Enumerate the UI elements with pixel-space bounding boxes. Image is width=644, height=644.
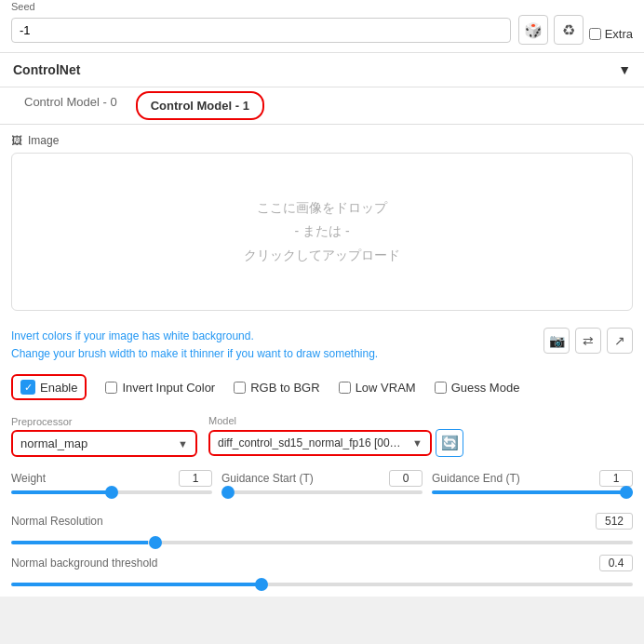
- guidance-end-slider-top: Guidance End (T) 1: [432, 470, 633, 487]
- normal-background-threshold-value: 0.4: [599, 555, 633, 571]
- low-vram-text: Low VRAM: [356, 381, 416, 395]
- upload-area-label: Image: [28, 134, 59, 147]
- tab-control-model-0[interactable]: Control Model - 0: [9, 87, 132, 125]
- invert-input-color-label[interactable]: Invert Input Color: [105, 381, 215, 395]
- guidance-end-slider-group: Guidance End (T) 1: [432, 470, 633, 494]
- tabs-row: Control Model - 0 Control Model - 1: [0, 87, 644, 125]
- rgb-to-bgr-text: RGB to BGR: [250, 381, 319, 395]
- weight-slider-group: Weight 1: [11, 470, 212, 494]
- preprocessor-value: normal_map: [20, 436, 87, 450]
- guess-mode-label[interactable]: Guess Mode: [435, 381, 520, 395]
- camera-icon: 📷: [549, 333, 565, 348]
- normal-resolution-header: Normal Resolution 512: [11, 513, 633, 530]
- info-row: Invert colors if your image has white ba…: [0, 320, 644, 369]
- weight-value: 1: [179, 470, 212, 487]
- invert-input-color-checkbox[interactable]: [105, 382, 117, 394]
- guidance-start-value: 0: [389, 470, 423, 487]
- swap-icon: ⇄: [583, 333, 594, 348]
- expand-icon: ↗: [614, 333, 625, 348]
- swap-icon-button[interactable]: ⇄: [575, 328, 601, 354]
- guidance-start-slider-top: Guidance Start (T) 0: [221, 470, 423, 487]
- guidance-start-label: Guidance Start (T): [221, 472, 314, 485]
- controlnet-collapse-button[interactable]: ▼: [618, 62, 631, 77]
- low-vram-checkbox[interactable]: [339, 382, 351, 394]
- checkboxes-row: ✓ Enable Invert Input Color RGB to BGR L…: [0, 369, 644, 409]
- selects-row: Preprocessor normal_map ▼ Model diff_con…: [0, 409, 644, 463]
- upload-label-row: 🖼 Image: [11, 134, 633, 147]
- info-text-block: Invert colors if your image has white ba…: [11, 328, 378, 363]
- preprocessor-label: Preprocessor: [11, 416, 197, 427]
- guess-mode-checkbox[interactable]: [435, 382, 447, 394]
- invert-input-color-text: Invert Input Color: [122, 381, 215, 395]
- upload-placeholder-line2: - または -: [294, 220, 349, 243]
- preprocessor-select-wrapper: normal_map ▼: [11, 430, 197, 457]
- preprocessor-group: Preprocessor normal_map ▼: [11, 416, 197, 457]
- expand-icon-button[interactable]: ↗: [607, 328, 633, 354]
- weight-slider[interactable]: [11, 490, 212, 494]
- model-select-wrapper: diff_control_sd15_normal_fp16 [00173cc..…: [208, 429, 463, 457]
- refresh-icon: 🔄: [441, 435, 459, 451]
- model-select[interactable]: diff_control_sd15_normal_fp16 [00173cc..…: [208, 430, 432, 456]
- rgb-to-bgr-label[interactable]: RGB to BGR: [234, 381, 319, 395]
- weight-label: Weight: [11, 472, 46, 485]
- seed-input[interactable]: [11, 18, 511, 43]
- upload-area-wrapper: 🖼 Image ここに画像をドロップ - または - クリックしてアップロード: [0, 125, 644, 320]
- normal-resolution-slider[interactable]: [11, 541, 633, 544]
- controlnet-title: ControlNet: [13, 62, 80, 77]
- tab-control-model-1[interactable]: Control Model - 1: [136, 91, 264, 120]
- upload-dropzone[interactable]: ここに画像をドロップ - または - クリックしてアップロード: [11, 153, 633, 311]
- upload-placeholder-line1: ここに画像をドロップ: [257, 196, 387, 220]
- low-vram-label[interactable]: Low VRAM: [339, 381, 416, 395]
- dice-icon-button[interactable]: 🎲: [518, 15, 548, 45]
- normal-resolution-value: 512: [596, 513, 633, 530]
- guidance-end-value: 1: [599, 470, 633, 487]
- upload-placeholder-line3: クリックしてアップロード: [244, 244, 400, 267]
- guidance-start-slider-group: Guidance Start (T) 0: [221, 470, 423, 494]
- model-label: Model: [208, 415, 463, 426]
- image-icon: 🖼: [11, 134, 22, 147]
- rgb-to-bgr-checkbox[interactable]: [234, 382, 246, 394]
- sliders-section: Weight 1 Guidance Start (T) 0 Guidance E…: [0, 463, 644, 509]
- guidance-start-slider[interactable]: [221, 490, 423, 494]
- seed-wrapper: Seed: [11, 18, 511, 43]
- weight-slider-top: Weight 1: [11, 470, 212, 487]
- normal-resolution-label: Normal Resolution: [11, 515, 103, 528]
- normal-background-threshold-section: Normal background threshold 0.4: [0, 553, 644, 597]
- normal-background-threshold-header: Normal background threshold 0.4: [11, 555, 633, 571]
- tab-1-label: Control Model - 1: [151, 99, 249, 113]
- controlnet-header: ControlNet ▼: [0, 53, 644, 87]
- guess-mode-text: Guess Mode: [451, 381, 520, 395]
- preprocessor-select[interactable]: normal_map ▼: [11, 430, 197, 457]
- extra-label-text: Extra: [605, 27, 633, 41]
- seed-label: Seed: [11, 1, 35, 12]
- guidance-end-slider[interactable]: [432, 490, 633, 494]
- extra-checkbox-label[interactable]: Extra: [589, 27, 633, 41]
- recycle-icon: ♻: [562, 21, 575, 39]
- model-group: Model diff_control_sd15_normal_fp16 [001…: [208, 415, 463, 457]
- normal-background-threshold-slider[interactable]: [11, 583, 633, 586]
- extra-checkbox[interactable]: [589, 28, 601, 40]
- enable-label: Enable: [40, 381, 77, 395]
- refresh-seed-button[interactable]: ♻: [554, 15, 584, 45]
- info-line1: Invert colors if your image has white ba…: [11, 328, 378, 345]
- normal-resolution-section: Normal Resolution 512: [0, 509, 644, 553]
- seed-row: Seed 🎲 ♻ Extra: [0, 0, 644, 53]
- main-container: Seed 🎲 ♻ Extra ControlNet ▼ Control Mode…: [0, 0, 644, 597]
- info-icon-buttons: 📷 ⇄ ↗: [543, 328, 633, 354]
- preprocessor-dropdown-icon: ▼: [178, 438, 188, 449]
- model-dropdown-icon: ▼: [412, 437, 423, 449]
- guidance-end-label: Guidance End (T): [432, 472, 520, 485]
- tab-0-label: Control Model - 0: [24, 95, 117, 109]
- sliders-main-row: Weight 1 Guidance Start (T) 0 Guidance E…: [11, 470, 633, 494]
- camera-icon-button[interactable]: 📷: [543, 328, 570, 354]
- enable-checkbox-wrapper[interactable]: ✓ Enable: [11, 374, 87, 400]
- dice-icon: 🎲: [524, 21, 543, 39]
- seed-buttons: 🎲 ♻ Extra: [518, 15, 633, 45]
- model-refresh-button[interactable]: 🔄: [436, 429, 463, 457]
- enable-checkmark: ✓: [20, 380, 35, 395]
- model-value: diff_control_sd15_normal_fp16 [00173cc..…: [218, 436, 404, 449]
- info-line2: Change your brush width to make it thinn…: [11, 345, 378, 363]
- normal-background-threshold-label: Normal background threshold: [11, 557, 157, 570]
